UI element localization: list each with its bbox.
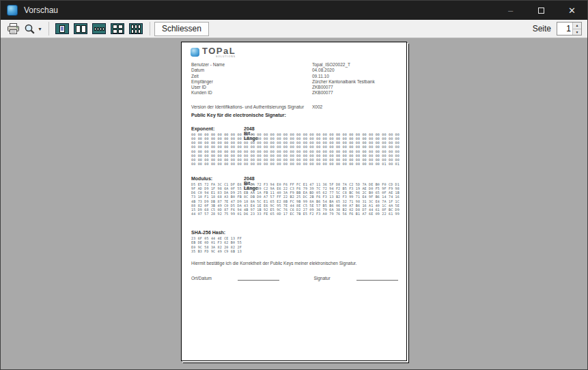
modulus-label: Modulus: bbox=[191, 176, 212, 181]
ort-datum-label: Ort/Datum bbox=[191, 276, 212, 281]
topal-logo-icon bbox=[191, 48, 199, 57]
exponent-label: Exponent: bbox=[191, 126, 214, 131]
toolbar-separator-2 bbox=[150, 22, 150, 35]
public-key-heading: Public Key für die electronische Signatu… bbox=[191, 113, 286, 117]
signature-version-row: Version der Identifikations- und Authent… bbox=[191, 104, 398, 110]
confirmation-text: Hiermit bestätige ich die Korrektheit de… bbox=[191, 261, 356, 266]
hex-row: 73 10 F1 18 68 A3 B0 FB 8C DB D0 A7 57 F… bbox=[191, 195, 400, 199]
view-four-pages-grid-button[interactable] bbox=[110, 22, 126, 35]
view-four-pages-grid-icon bbox=[111, 23, 124, 34]
header-row: Kunden IDZKB00077 bbox=[191, 90, 398, 96]
header-label: Zeit bbox=[191, 74, 312, 79]
view-two-pages-icon bbox=[74, 23, 87, 34]
print-icon bbox=[7, 23, 20, 35]
page-number-label: Seite bbox=[533, 24, 551, 33]
header-label: Benutzer - Name bbox=[191, 62, 312, 68]
titlebar: Vorschau – ✕ bbox=[1, 1, 587, 20]
topal-logo: TOPaL SOLUTIONS bbox=[191, 47, 236, 58]
page-spinner: ▲ ▼ bbox=[557, 22, 582, 35]
maximize-icon bbox=[538, 8, 544, 14]
minimize-button[interactable]: – bbox=[495, 1, 526, 20]
signature-row: Ort/Datum Signatur bbox=[191, 275, 398, 281]
exponent-hex-block: 00 00 00 00 00 00 00 00 00 00 00 00 00 0… bbox=[191, 132, 400, 166]
view-one-page-button[interactable] bbox=[55, 22, 70, 35]
toolbar: ▼ Schliessen bbox=[1, 20, 587, 38]
header-value: 04.08.2020 bbox=[312, 68, 398, 73]
close-icon: ✕ bbox=[568, 5, 576, 16]
window-title: Vorschau bbox=[24, 5, 58, 15]
signatur-label: Signatur bbox=[313, 276, 330, 281]
header-value: ZKB00077 bbox=[312, 85, 398, 90]
modulus-heading: Modulus: 2048 Bit - Länge bbox=[191, 176, 212, 181]
view-four-pages-row-icon bbox=[92, 23, 106, 34]
header-row: Datum04.08.2020 bbox=[191, 68, 398, 73]
preview-window: Vorschau – ✕ ▼ bbox=[0, 0, 588, 370]
close-button[interactable]: ✕ bbox=[557, 1, 587, 20]
header-value: Zürcher Kantonalbank Testbank bbox=[312, 79, 398, 85]
print-button[interactable] bbox=[5, 21, 22, 36]
exponent-heading: Exponent: 2048 Bit - Länge bbox=[191, 126, 214, 131]
header-row: Zeit09.11.10 bbox=[191, 74, 398, 79]
zoom-button[interactable]: ▼ bbox=[22, 21, 44, 36]
view-six-pages-grid-icon bbox=[129, 23, 143, 34]
view-four-pages-row-button[interactable] bbox=[92, 22, 107, 35]
signatur-line bbox=[356, 275, 398, 281]
header-label: User ID bbox=[191, 85, 312, 90]
version-value: X002 bbox=[312, 104, 398, 110]
header-row: EmpfängerZürcher Kantonalbank Testbank bbox=[191, 79, 398, 85]
view-two-pages-button[interactable] bbox=[73, 22, 89, 35]
hex-row: 00 00 00 00 00 00 00 00 00 00 00 00 00 0… bbox=[191, 150, 400, 154]
zoom-icon bbox=[24, 23, 36, 35]
sha256-label: SHA-256 Hash: bbox=[191, 230, 225, 235]
header-value: 09.11.10 bbox=[312, 74, 398, 79]
zoom-dropdown-caret[interactable]: ▼ bbox=[38, 27, 42, 31]
page-down-button[interactable]: ▼ bbox=[573, 29, 581, 35]
header-label: Kunden ID bbox=[191, 90, 312, 96]
sha256-hex-block: 23 6F 05 44 4E CE 13 FFEB DE 0D 01 F3 62… bbox=[191, 236, 400, 253]
document-header: Benutzer - NameTopal_ISO20022_T Datum04.… bbox=[191, 62, 398, 96]
header-label: Empfänger bbox=[191, 79, 312, 85]
page-up-button[interactable]: ▲ bbox=[573, 23, 581, 29]
view-six-pages-grid-button[interactable] bbox=[128, 22, 144, 35]
schliessen-button[interactable]: Schliessen bbox=[154, 22, 209, 36]
toolbar-separator bbox=[48, 22, 49, 35]
minimize-icon: – bbox=[508, 5, 513, 16]
hex-row: 00 00 00 00 00 00 00 00 00 00 00 00 00 0… bbox=[191, 162, 400, 166]
hex-row: 35 B3 FD 9C 49 C9 6B 13 bbox=[191, 249, 400, 253]
preview-area[interactable]: TOPaL SOLUTIONS Benutzer - NameTopal_ISO… bbox=[1, 39, 587, 369]
topal-logo-text: TOPaL bbox=[202, 47, 236, 55]
hex-row: 00 00 00 00 00 00 00 00 00 00 00 00 00 0… bbox=[191, 145, 400, 149]
header-label: Datum bbox=[191, 68, 312, 73]
header-value: Topal_ISO20022_T bbox=[312, 62, 398, 68]
hex-row: 44 07 57 28 92 75 99 01 D6 23 33 FE 65 0… bbox=[191, 212, 400, 216]
modulus-hex-block: D5 E5 72 FA 3C C1 DF E6 3F DA 72 F3 94 E… bbox=[191, 182, 400, 216]
header-value: ZKB00077 bbox=[312, 90, 398, 96]
app-icon bbox=[7, 5, 18, 16]
view-one-page-icon bbox=[55, 23, 69, 34]
header-row: Benutzer - NameTopal_ISO20022_T bbox=[191, 62, 398, 68]
maximize-button[interactable] bbox=[526, 1, 557, 20]
sha256-heading: SHA-256 Hash: bbox=[191, 230, 225, 235]
hex-row: 4B 73 D9 DB 87 7E 47 D9 18 8A 5C E1 65 E… bbox=[191, 199, 400, 203]
ort-datum-line bbox=[238, 275, 279, 281]
header-row: User IDZKB00077 bbox=[191, 85, 398, 90]
version-label: Version der Identifikations- und Authent… bbox=[191, 104, 312, 110]
page-number-input[interactable] bbox=[557, 23, 572, 35]
document-page: TOPaL SOLUTIONS Benutzer - NameTopal_ISO… bbox=[181, 42, 407, 361]
